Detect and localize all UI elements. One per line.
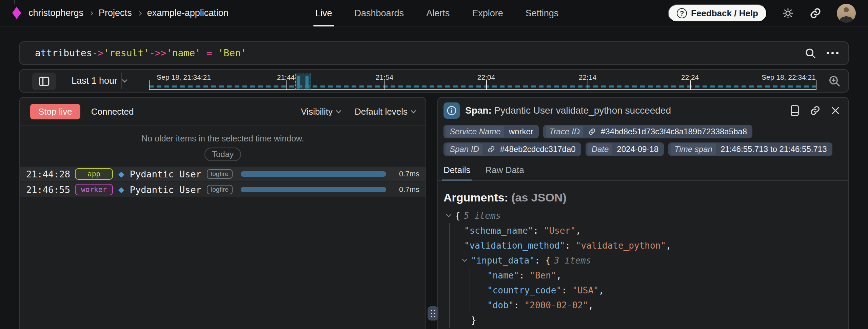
duration-bar[interactable] [241, 187, 386, 192]
query-token: 'Ben' [218, 47, 246, 59]
visibility-dropdown[interactable]: Visibility [301, 107, 340, 117]
query-bar: attributes->'result'->>'name' = 'Ben' [19, 41, 849, 65]
timeline-selection-window[interactable] [295, 74, 311, 90]
close-icon[interactable] [830, 105, 841, 116]
timeline-baseline [149, 89, 816, 90]
timeline-end-label: Sep 18, 22:34:21 [762, 73, 816, 81]
json-item-count: 5 items [460, 208, 501, 223]
breadcrumb-org[interactable]: christophergs [28, 8, 83, 18]
today-button[interactable]: Today [204, 148, 241, 161]
json-key: "input_data" [471, 253, 535, 268]
json-key: "dob" [487, 298, 514, 313]
tab-dashboards[interactable]: Dashboards [355, 0, 404, 26]
live-controls: Visibility Default levels [301, 107, 415, 117]
stop-live-button[interactable]: Stop live [30, 104, 80, 119]
span-title: Span: Pydantic User validate_python succ… [465, 105, 671, 116]
json-comma: , [588, 298, 593, 313]
timeline-tick-mark [816, 80, 816, 90]
json-key: "validation_method" [464, 238, 565, 253]
tab-alerts[interactable]: Alerts [426, 0, 450, 26]
arguments-label: Arguments: [443, 191, 508, 204]
chevron-down-icon [336, 108, 341, 113]
chip-label: Time span [671, 143, 716, 155]
breadcrumb-projects[interactable]: Projects [99, 8, 132, 18]
timeline-tick-mark [690, 80, 691, 90]
json-comma: , [556, 268, 562, 283]
visibility-label: Visibility [301, 107, 332, 117]
service-badge-app[interactable]: app [75, 168, 113, 180]
zoom-in-icon[interactable] [828, 74, 841, 88]
trace-link-icon[interactable] [588, 128, 596, 136]
panel-resize-handle[interactable] [428, 306, 438, 321]
theme-toggle-icon[interactable] [782, 7, 794, 19]
connection-status: Connected [91, 107, 134, 117]
json-line: "country_code": "USA", [487, 283, 848, 298]
dock-panel-icon[interactable] [790, 105, 800, 116]
json-brace: { [545, 253, 551, 268]
timeline-tick-mark [384, 80, 385, 90]
trace-rows: 21:44:28 app ◆ Pydantic User logfire 0.7… [20, 166, 426, 197]
span-link-icon[interactable] [487, 145, 495, 153]
breadcrumb-project[interactable]: example-application [147, 8, 229, 18]
chevron-down-icon [411, 108, 416, 113]
arguments-note: (as JSON) [511, 191, 567, 204]
row-timestamp: 21:44:28 [26, 169, 70, 179]
service-name-chip: Service Name worker [443, 125, 539, 138]
chip-label: Span ID [446, 143, 482, 155]
json-comma: , [576, 223, 581, 238]
json-colon: : [561, 283, 572, 298]
json-value: "USA" [572, 283, 598, 298]
chip-value: 2024-09-18 [617, 144, 658, 154]
trace-row[interactable]: 21:44:28 app ◆ Pydantic User logfire 0.7… [20, 167, 426, 181]
row-timestamp: 21:46:55 [26, 185, 70, 195]
search-icon[interactable] [804, 47, 816, 59]
span-attribute-badges: Service Name worker Trace ID #34bd8e51d7… [438, 122, 848, 156]
copy-link-icon[interactable] [809, 7, 822, 20]
chip-value: worker [509, 127, 533, 136]
duration-value: 0.7ms [394, 185, 419, 194]
date-chip: Date 2024-09-18 [586, 142, 664, 156]
json-item-count: 3 items [551, 253, 591, 268]
arguments-heading: Arguments: (as JSON) [438, 181, 848, 206]
copy-span-link-icon[interactable] [809, 105, 821, 116]
time-range-selector[interactable]: Last 1 hour [72, 70, 126, 92]
json-line: "validation_method": "validate_python", [464, 238, 848, 253]
chevron-right-icon [89, 11, 93, 16]
tab-settings[interactable]: Settings [526, 0, 559, 26]
json-root-line: { 5 items [446, 208, 848, 223]
json-comma: , [599, 283, 604, 298]
scope-badge[interactable]: logfire [207, 169, 233, 179]
time-span-chip: Time span 21:46:55.713 to 21:46:55.713 [668, 142, 832, 156]
span-diamond-icon: ◆ [118, 186, 124, 194]
default-levels-dropdown[interactable]: Default levels [355, 107, 415, 117]
more-options-icon[interactable] [827, 52, 839, 54]
scope-badge[interactable]: logfire [207, 185, 233, 194]
span-id-chip: Span ID #48eb2cdcdc317da0 [443, 142, 581, 156]
breadcrumb: christophergs Projects example-applicati… [28, 8, 229, 18]
sidebar-toggle-button[interactable] [32, 73, 56, 90]
chip-label: Trace ID [546, 126, 583, 137]
feedback-help-button[interactable]: Feedback / Help [668, 4, 767, 22]
tab-raw-data[interactable]: Raw Data [485, 165, 524, 180]
duration-bar[interactable] [241, 171, 386, 177]
json-key: "schema_name" [464, 223, 533, 238]
user-avatar[interactable] [837, 4, 856, 23]
tab-explore[interactable]: Explore [472, 0, 503, 26]
service-badge-worker[interactable]: worker [75, 184, 113, 195]
trace-row[interactable]: 21:46:55 worker ◆ Pydantic User logfire … [20, 182, 426, 197]
span-diamond-icon: ◆ [118, 170, 124, 178]
logfire-logo-icon[interactable] [12, 7, 21, 19]
sql-query-input[interactable]: attributes->'result'->>'name' = 'Ben' [35, 47, 804, 59]
timeline-density-strip [149, 85, 816, 88]
query-token: 'name' [166, 47, 201, 59]
live-panel-header: Stop live Connected Visibility Default l… [20, 98, 426, 126]
span-detail-panel: Span: Pydantic User validate_python succ… [437, 97, 849, 329]
json-colon: : [535, 253, 545, 268]
tab-details[interactable]: Details [443, 165, 470, 180]
default-levels-label: Default levels [355, 107, 408, 117]
live-panel: Stop live Connected Visibility Default l… [19, 97, 426, 329]
tab-live[interactable]: Live [315, 0, 332, 26]
json-value: "User" [544, 223, 576, 238]
time-range-label: Last 1 hour [72, 76, 117, 86]
json-colon: : [565, 238, 575, 253]
